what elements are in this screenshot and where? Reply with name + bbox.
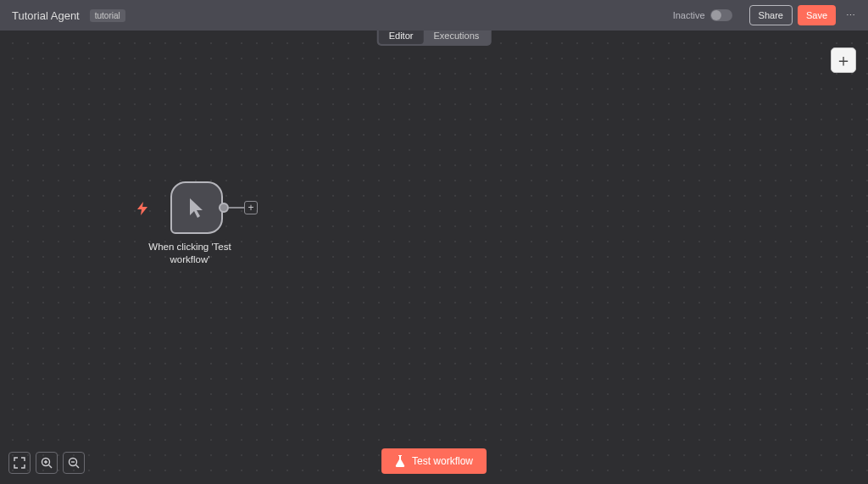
top-bar: Tutorial Agent tutorial Inactive Share S… (0, 0, 868, 31)
canvas-toolbar (8, 452, 85, 474)
add-node-button[interactable]: ＋ (831, 47, 856, 73)
zoom-out-icon (68, 457, 80, 469)
status-label: Inactive (673, 10, 705, 20)
cursor-icon (186, 197, 207, 219)
lightning-icon (137, 202, 147, 219)
fit-view-button[interactable] (8, 452, 31, 474)
test-workflow-button[interactable]: Test workflow (381, 448, 487, 474)
workflow-title[interactable]: Tutorial Agent (12, 9, 80, 22)
share-button[interactable]: Share (749, 5, 793, 25)
workflow-tag[interactable]: tutorial (90, 9, 125, 22)
add-connection-button[interactable]: + (244, 201, 258, 214)
node-output-port[interactable] (219, 203, 229, 213)
test-workflow-label: Test workflow (412, 455, 473, 467)
trigger-node-label: When clicking 'Test workflow' (143, 241, 236, 266)
zoom-out-button[interactable] (63, 452, 85, 474)
connector-line (229, 207, 244, 209)
svg-line-1 (49, 465, 53, 469)
zoom-in-button[interactable] (36, 452, 58, 474)
plus-icon: + (248, 203, 253, 213)
expand-icon (14, 457, 25, 469)
more-options-button[interactable]: ⋯ (841, 5, 860, 25)
active-toggle[interactable] (710, 9, 732, 21)
flask-icon (395, 455, 405, 467)
save-button[interactable]: Save (798, 5, 836, 25)
toggle-knob (711, 10, 721, 20)
ellipsis-icon: ⋯ (846, 10, 855, 21)
svg-line-5 (76, 465, 80, 469)
trigger-node[interactable]: + When clicking 'Test workflow' (139, 181, 241, 266)
workflow-canvas[interactable] (0, 31, 868, 484)
zoom-in-icon (41, 457, 53, 469)
plus-icon: ＋ (835, 49, 852, 72)
